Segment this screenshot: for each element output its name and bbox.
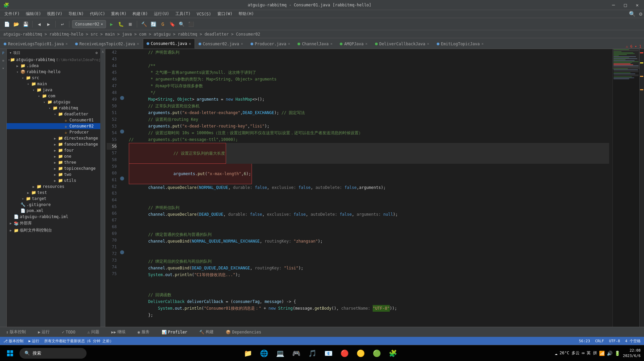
bookmark-button[interactable]: 🔖 [168,20,176,28]
tree-utils[interactable]: ▶ 📁 utils [7,177,100,184]
cursor-position[interactable]: 56:23 [579,339,590,343]
edge-button[interactable]: 🌐 [258,347,271,360]
line-endings[interactable]: CRLF [595,339,604,343]
tree-producer[interactable]: ▶ ☕ Producer [7,129,100,135]
tree-scratch[interactable]: ▶ 📁 临时文件和控制台 [7,227,100,234]
menu-tools[interactable]: 工具(T) [173,10,194,17]
start-button[interactable] [3,347,17,360]
tree-consumer01[interactable]: ▶ ☕ Consumer01 [7,117,100,123]
tab-services[interactable]: ◉ 服务 [135,328,152,336]
save-button[interactable]: 💾 [21,20,30,28]
tab-run[interactable]: ▶ 运行 [35,328,52,336]
tab-build[interactable]: 🔨 构建 [197,328,216,336]
tree-resources[interactable]: ▶ 📁 resources [7,184,100,190]
menu-edit[interactable]: 编辑(E) [23,10,44,17]
tree-two[interactable]: ▶ 📁 two [7,171,100,177]
tree-root[interactable]: ▾ 📁 atguigu-rabbitmq E:\WorkData\IdeaPro… [7,57,100,63]
tab-problems[interactable]: ⚠ 问题 [85,328,102,336]
menu-view[interactable]: 视图(V) [44,10,65,17]
tree-rabbitmq[interactable]: ▾ 📁 rabbitmq [7,105,100,111]
bookmark-left-icon[interactable]: ★ [1,65,6,70]
tree-main[interactable]: ▾ 📁 main [7,81,100,87]
tab-close-icon[interactable]: ✕ [241,42,243,46]
tree-fanoutexchange[interactable]: ▶ 📁 fanoutexchange [7,141,100,147]
close-button[interactable]: ✕ [634,2,641,8]
tab-delivercallback[interactable]: DeliverCallbackJava ✕ [371,39,433,49]
tree-target[interactable]: ▾ 📁 target [7,196,100,202]
app3-button[interactable]: 🎵 [306,347,319,360]
run-status[interactable]: ▶ 运行 [29,339,39,344]
tree-java[interactable]: ▾ 📁 java [7,87,100,93]
menu-run[interactable]: 运行(U) [151,10,172,17]
code-area[interactable]: // 声明普通队列 /** * 之气哪一直将arguments设置为null. … [125,49,612,327]
tab-close-icon[interactable]: ✕ [65,42,68,46]
menu-file[interactable]: 文件(F) [2,10,22,17]
debug-button[interactable]: 🐛 [117,20,125,28]
tree-rabbitmq-hello[interactable]: ▾ 📦 rabbitmq-hello [7,69,100,75]
minimap-viewport[interactable] [613,49,639,69]
tree-gitignore[interactable]: ▶ 🔧 .gitignore [7,202,100,208]
tree-iml[interactable]: ▶ 📄 atguigu-rabbitmq.iml [7,214,100,220]
menu-code[interactable]: 代码(C) [87,10,108,17]
tab-close-icon[interactable]: ✕ [189,42,191,46]
tree-com[interactable]: ▾ 📁 com [7,93,100,99]
menu-navigate[interactable]: 导航(N) [66,10,87,17]
tree-one[interactable]: ▶ 📁 one [7,153,100,159]
tab-close-icon[interactable]: ✕ [288,42,290,46]
collapse-icon[interactable]: A [102,50,104,54]
app1-button[interactable]: 💻 [274,347,287,360]
right-scrollbar[interactable] [639,49,644,327]
tab-receivelogs01[interactable]: ReceiveLogsTopic01.java ✕ [0,39,71,49]
tab-close-icon[interactable]: ✕ [330,42,333,46]
tab-close-icon[interactable]: ✕ [137,42,139,46]
project-icon[interactable]: P [1,50,6,56]
tree-atguigu[interactable]: ▾ 📁 atguigu [7,99,100,105]
app5-button[interactable]: 🔴 [338,347,352,360]
forward-button[interactable]: ▶ [45,20,53,28]
tab-continue[interactable]: ▶▶ 继续 [109,328,128,336]
tab-close-icon[interactable]: ✕ [427,42,429,46]
tree-pom[interactable]: ▶ 📄 pom.xml [7,208,100,214]
stop-button[interactable]: ⏹ [126,20,134,28]
battery-icon[interactable]: 🔋 [614,351,620,356]
new-file-button[interactable]: 📄 [3,20,11,28]
gradle-button[interactable]: G [159,20,167,28]
app4-button[interactable]: 📧 [322,347,335,360]
indent[interactable]: 4 个空格 [625,339,641,344]
idea-button[interactable]: 🧩 [386,347,400,360]
menu-vcs[interactable]: VCS(S) [194,11,214,17]
tab-receivelogs02[interactable]: ReceiveLogsTopic02.java ✕ [71,39,143,49]
tree-test[interactable]: ▶ 📁 test [7,190,100,196]
structure-icon[interactable]: ≡ [1,58,6,63]
tab-emitlogtopic[interactable]: EmitLogTopicJava ✕ [433,39,487,49]
tree-topicexchange[interactable]: ▶ 📁 topicexchange [7,165,100,171]
tree-directexchange[interactable]: ▶ 📁 directexchange [7,135,100,141]
undo-button[interactable]: ↩ [58,20,66,28]
tab-dependencies[interactable]: 📦 Dependencies [223,328,264,336]
file-explorer-button[interactable]: 📁 [241,347,255,360]
input-method-icon[interactable]: ⌨ [582,351,584,356]
tree-consumer02[interactable]: ▶ ☕ Consumer02 [7,123,100,129]
sidebar-header[interactable]: ▾ 项目 ⚙ [7,49,100,57]
taskbar-search[interactable]: 🔍 搜索 [19,348,87,359]
back-button[interactable]: ◀ [35,20,43,28]
tab-todo[interactable]: ✓ TODO [59,328,78,336]
terminal-button[interactable]: ⬛ [187,20,195,28]
menu-build[interactable]: 构建(B) [130,10,151,17]
tab-version-control[interactable]: ↕ 版本控制 [3,328,29,336]
tree-deadletter[interactable]: ▾ 📁 deadletter [7,111,100,117]
menu-window[interactable]: 窗口(W) [215,10,235,17]
tree-idea[interactable]: ▶ 📁 .idea [7,63,100,69]
run-config-dropdown[interactable]: Consumer02 ▾ [72,20,106,28]
build-button[interactable]: 🔨 [140,20,148,28]
tab-profiler[interactable]: 📊 Profiler [159,328,190,336]
run-button[interactable]: ▶ [107,20,115,28]
tab-producer[interactable]: Producer.java ✕ [247,39,294,49]
tree-four[interactable]: ▶ 📁 four [7,147,100,153]
sync-button[interactable]: 🔄 [149,20,157,28]
minimize-button[interactable]: ─ [610,2,617,8]
app6-button[interactable]: 🟡 [354,347,368,360]
app7-button[interactable]: 🟢 [370,347,384,360]
find-button[interactable]: 🔍 [177,20,185,28]
menu-refactor[interactable]: 重构(R) [108,10,129,17]
